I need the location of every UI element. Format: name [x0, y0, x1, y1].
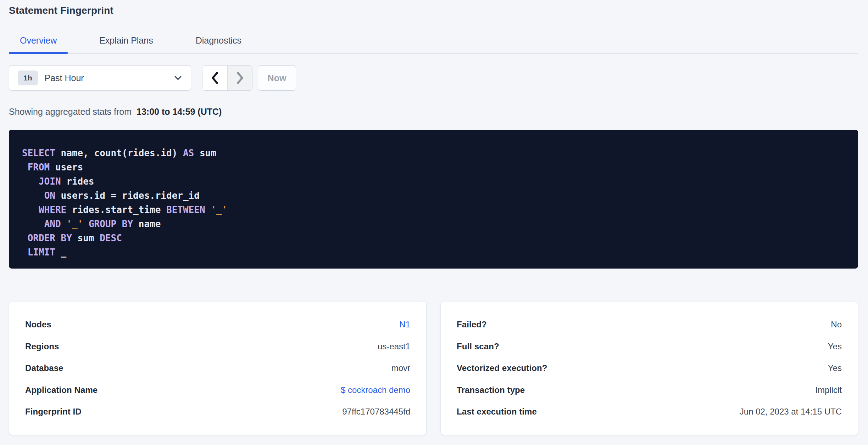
full-scan-value: Yes — [828, 342, 842, 351]
last-execution-time-label: Last execution time — [457, 407, 537, 417]
tab-overview-label: Overview — [20, 35, 57, 45]
tab-explain-plans[interactable]: Explain Plans — [88, 35, 164, 53]
sql-line: SELECT name, count(rides.id) AS sum — [22, 146, 847, 160]
database-value: movr — [391, 363, 410, 373]
time-range-dropdown[interactable]: 1h Past Hour — [9, 65, 191, 91]
last-execution-time-value: Jun 02, 2023 at 14:15 UTC — [740, 407, 842, 417]
stat-row-nodes: Nodes N1 — [25, 314, 410, 336]
regions-label: Regions — [25, 342, 59, 351]
sql-line: WHERE rides.start_time BETWEEN '_' — [22, 203, 847, 217]
statement-details-card: Nodes N1 Regions us-east1 Database movr … — [9, 301, 427, 435]
chevron-right-icon — [236, 72, 244, 84]
database-label: Database — [25, 363, 63, 373]
sql-line: ON users.id = rides.rider_id — [22, 188, 847, 203]
time-range-selected: Past Hour — [45, 73, 174, 83]
failed-value: No — [831, 320, 842, 329]
fingerprint-id-label: Fingerprint ID — [25, 407, 82, 417]
sql-line: ORDER BY sum DESC — [22, 231, 847, 245]
tab-diagnostics[interactable]: Diagnostics — [185, 35, 252, 53]
sql-line: LIMIT _ — [22, 245, 847, 259]
application-name-label: Application Name — [25, 385, 98, 395]
time-range-badge: 1h — [18, 71, 38, 85]
transaction-type-label: Transaction type — [457, 385, 525, 395]
tab-explain-plans-label: Explain Plans — [99, 35, 153, 45]
stat-row-full-scan: Full scan? Yes — [457, 336, 842, 357]
time-controls: 1h Past Hour — [9, 65, 858, 91]
stat-row-last-execution-time: Last execution time Jun 02, 2023 at 14:1… — [457, 401, 842, 423]
sql-statement-box: SELECT name, count(rides.id) AS sum FROM… — [9, 130, 858, 269]
aggregated-stats-line: Showing aggregated stats from 13:00 to 1… — [9, 107, 858, 117]
active-tab-underline — [9, 52, 68, 54]
statement-fingerprint-page: Statement Fingerprint Overview Explain P… — [0, 0, 868, 435]
execution-attributes-card: Failed? No Full scan? Yes Vectorized exe… — [440, 301, 858, 435]
vectorized-execution-value: Yes — [828, 363, 842, 373]
chevron-left-icon — [211, 72, 219, 84]
nodes-label: Nodes — [25, 320, 51, 329]
stat-row-database: Database movr — [25, 357, 410, 379]
nodes-value-link[interactable]: N1 — [399, 320, 410, 329]
summary-cards: Nodes N1 Regions us-east1 Database movr … — [9, 301, 858, 435]
stats-range: 13:00 to 14:59 (UTC) — [137, 107, 222, 117]
tab-overview[interactable]: Overview — [9, 35, 68, 53]
transaction-type-value: Implicit — [815, 385, 842, 395]
failed-label: Failed? — [457, 320, 487, 329]
chevron-down-icon — [174, 76, 182, 80]
sql-line: JOIN rides — [22, 174, 847, 188]
sql-line: FROM users — [22, 160, 847, 174]
full-scan-label: Full scan? — [457, 342, 499, 351]
stat-row-regions: Regions us-east1 — [25, 336, 410, 357]
stats-prefix: Showing aggregated stats from — [9, 107, 132, 117]
time-step-buttons — [202, 65, 252, 91]
prev-time-button[interactable] — [202, 66, 227, 90]
tab-bar: Overview Explain Plans Diagnostics — [9, 35, 858, 54]
tab-diagnostics-label: Diagnostics — [196, 35, 241, 45]
stat-row-failed: Failed? No — [457, 314, 842, 336]
stat-row-transaction-type: Transaction type Implicit — [457, 379, 842, 401]
vectorized-execution-label: Vectorized execution? — [457, 363, 547, 373]
sql-line: AND '_' GROUP BY name — [22, 217, 847, 231]
stat-row-application-name: Application Name $ cockroach demo — [25, 379, 410, 401]
now-button[interactable]: Now — [258, 65, 296, 91]
fingerprint-id-value: 97ffc170783445fd — [342, 407, 410, 417]
stat-row-vectorized-execution: Vectorized execution? Yes — [457, 357, 842, 379]
stat-row-fingerprint-id: Fingerprint ID 97ffc170783445fd — [25, 401, 410, 423]
application-name-value-link[interactable]: $ cockroach demo — [341, 385, 410, 395]
regions-value: us-east1 — [378, 342, 410, 351]
page-title: Statement Fingerprint — [9, 0, 858, 16]
next-time-button[interactable] — [227, 66, 252, 90]
sql-statement: SELECT name, count(rides.id) AS sum FROM… — [22, 146, 847, 259]
